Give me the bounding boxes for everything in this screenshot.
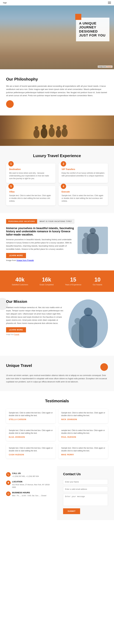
hours-content: BUSINESS HOURS Mon - Fri..... 10.00 – 8.… (12, 492, 46, 497)
svg-point-6 (50, 124, 53, 128)
testimonial-6: Sample text. Click to select the text bo… (58, 444, 108, 458)
philosophy-section: Our Philoshophy We are a team of tourist… (0, 69, 114, 116)
hero-content-box: A UNIQUE JOURNEY DESIGNED JUST FOR YOU (76, 18, 110, 41)
svg-rect-15 (82, 237, 90, 254)
contact-email-input[interactable] (63, 486, 108, 492)
mission-paragraph: Habitant morbi tristique senectus et. Ne… (6, 306, 64, 325)
hours-heading: BUSINESS HOURS (12, 492, 46, 494)
personalized-credit-link[interactable]: Image from Freepik (16, 259, 34, 262)
testimonial-text-1: Sample text. Click to select the text bo… (9, 412, 53, 417)
location-item: LOCATION 521 Rock Street, 27-Avenue, New… (6, 480, 51, 488)
luxury-heading: Luxury Travel Experience (6, 154, 108, 158)
contact-submit-button[interactable]: SUBMIT (63, 508, 80, 514)
svg-point-3 (41, 128, 48, 138)
clock-svg (7, 493, 10, 495)
personalized-section: PERSONALIZED VACATIONS WHAT IS YOUR VACA… (0, 213, 114, 270)
hero-section: A UNIQUE JOURNEY DESIGNED JUST FOR YOU I… (0, 6, 114, 69)
photo-strip-inner (0, 116, 114, 146)
unique-paragraph: Ut enim ad minim veniam, quis nostrud ex… (6, 374, 108, 383)
mission-image (68, 300, 108, 348)
card-villas: 5 Villas Sample text. Click to select th… (6, 186, 56, 206)
testimonial-name-2: NICK JOHNSON (61, 418, 105, 420)
testimonial-name-1: STELLA CARSON (9, 418, 53, 420)
mission-learn-more-button[interactable]: LEARN MORE (6, 327, 26, 332)
orange-dot-decoration (100, 363, 108, 371)
call-us-heading: CALL US (12, 472, 39, 474)
orange-circle-decoration (6, 100, 14, 108)
personalized-heading: Immerse yourselves in beautiful islands,… (6, 227, 74, 236)
tab-vacation-type[interactable]: WHAT IS YOUR VACATIONS TYPE? (37, 219, 74, 224)
svg-point-5 (49, 127, 55, 137)
testimonial-name-4: PAUL HUDSON (61, 436, 105, 438)
svg-point-21 (74, 318, 80, 324)
personalized-tabs: PERSONALIZED VACATIONS WHAT IS YOUR VACA… (6, 219, 108, 224)
card-title-4: Execute (62, 190, 105, 193)
svg-point-1 (34, 129, 40, 138)
contact-heading: Contact Us (63, 472, 108, 476)
card-desc-1: We want to know where and why - because … (9, 172, 52, 180)
testimonial-1: Sample text. Click to select the text bo… (6, 409, 56, 423)
contact-name-input[interactable] (63, 479, 108, 485)
card-number-2: 2 (61, 161, 66, 166)
hero-credit-text: Image from (98, 66, 106, 68)
hero-credit-link[interactable]: Freepik (107, 66, 112, 68)
contact-section: Contact Us SUBMIT (57, 466, 114, 520)
contact-message-input[interactable] (63, 494, 108, 506)
hours-item: BUSINESS HOURS Mon - Fri..... 10.00 – 8.… (6, 492, 51, 497)
svg-point-14 (90, 228, 96, 234)
testimonial-text-2: Sample text. Click to select the text bo… (61, 412, 105, 417)
card-desc-4: Sample text. Click to select the text bo… (62, 194, 105, 202)
svg-point-10 (62, 125, 66, 129)
location-heading: LOCATION (12, 480, 51, 483)
testimonial-name-6: MIKE PERRY (61, 454, 105, 456)
card-number-5: 5 (8, 184, 14, 189)
testimonial-name-3: ELSA JOHNSON (9, 436, 53, 438)
tab-personalized[interactable]: PERSONALIZED VACATIONS (6, 219, 37, 224)
testimonials-section: Testimonials Sample text. Click to selec… (0, 391, 114, 466)
header: logo (0, 0, 114, 6)
contact-form: SUBMIT (63, 479, 108, 514)
luxury-section: Luxury Travel Experience 1 Destination W… (0, 146, 114, 213)
card-desc-5: Sample text. Click to select the text bo… (9, 194, 52, 202)
svg-point-7 (56, 129, 61, 138)
mission-photo-svg (68, 300, 108, 348)
stat-label-customers: Satisfied Customers (12, 284, 28, 286)
hero-title: A UNIQUE JOURNEY DESIGNED JUST FOR YOU (79, 22, 106, 38)
testimonials-heading: Testimonials (6, 399, 108, 403)
menu-button[interactable] (108, 2, 111, 4)
mission-heading: Our Mission (6, 300, 64, 304)
svg-point-4 (42, 124, 46, 128)
testimonial-3: Sample text. Click to select the text bo… (6, 426, 56, 441)
luxury-cards-grid: 1 Destination We want to know where and … (6, 164, 108, 206)
mission-section: Our Mission Habitant morbi tristique sen… (0, 292, 114, 356)
card-vip-transfers: 2 VIP Transfers Enjoy the comfort of our… (58, 164, 108, 183)
info-section: CALL US +1 (234) 567-891, +1 (234) 987-6… (0, 466, 57, 520)
card-title-2: VIP Transfers (62, 168, 105, 170)
unique-header: Unique Travel (6, 363, 108, 371)
mission-credit-link[interactable]: Freepik (14, 334, 19, 335)
svg-point-9 (62, 128, 68, 137)
card-execute: 4 Execute Sample text. Click to select t… (58, 186, 108, 206)
call-us-item: CALL US +1 (234) 567-891, +1 (234) 987-6… (6, 472, 51, 478)
personalized-learn-more-button[interactable]: LEARN MORE (6, 253, 26, 258)
orange-accent-box (75, 14, 81, 20)
svg-rect-20 (72, 324, 84, 348)
personalized-description: Immerse yourselves in beautiful islands,… (6, 238, 74, 251)
unique-travel-section: Unique Travel Ut enim ad minim veniam, q… (0, 356, 114, 391)
stat-label-awards: Our Awards (93, 284, 102, 286)
card-title-5: Villas (9, 190, 52, 193)
card-desc-2: Enjoy the comfort of our luxury vehicles… (62, 172, 105, 177)
svg-rect-11 (0, 139, 114, 146)
logo: logo (3, 2, 7, 4)
stats-section: 40k Satisfied Customers 16k Goals Comple… (0, 270, 114, 292)
location-address: 521 Rock Street, 27-Avenue, New York, NY… (12, 484, 51, 488)
hours-text: Mon - Fri..... 10.00 – 8.00, Sat. Sun...… (12, 494, 46, 497)
svg-point-8 (57, 126, 60, 130)
testimonials-grid: Sample text. Click to select the text bo… (6, 409, 108, 458)
photo-strip (0, 116, 114, 146)
location-content: LOCATION 521 Rock Street, 27-Avenue, New… (12, 480, 51, 488)
stat-awards: 10 Our Awards (93, 276, 102, 286)
testimonial-4: sample text. Click to select the text bo… (58, 426, 108, 441)
card-destination: 1 Destination We want to know where and … (6, 164, 56, 183)
svg-point-2 (35, 126, 38, 130)
